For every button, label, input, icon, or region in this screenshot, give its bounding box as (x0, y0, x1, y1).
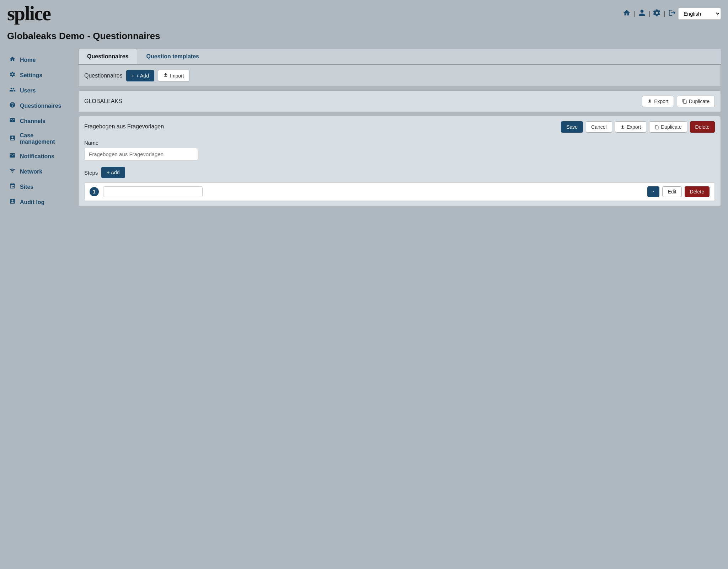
plus-icon: + (132, 73, 134, 79)
sidebar-item-audit-log-label: Audit log (20, 199, 44, 206)
language-select[interactable]: English Deutsch Français Español (678, 8, 721, 20)
case-icon (9, 135, 16, 143)
home-icon[interactable] (623, 9, 631, 18)
separator-2: | (649, 10, 651, 17)
import-button[interactable]: Import (158, 70, 189, 81)
edit-duplicate-button[interactable]: Duplicate (649, 121, 687, 133)
separator-3: | (664, 10, 665, 17)
step-input[interactable] (103, 186, 203, 197)
separator-1: | (633, 10, 635, 17)
settings-icon (9, 71, 16, 79)
sidebar-item-users[interactable]: Users (4, 83, 75, 98)
sidebar-item-sites[interactable]: Sites (4, 179, 75, 195)
sidebar-item-home-label: Home (20, 57, 36, 63)
tab-question-templates[interactable]: Question templates (137, 49, 208, 64)
edit-questionnaire-actions: Save Cancel Export Duplicate Delete (561, 121, 715, 133)
page-title: Globaleaks Demo - Questionnaires (0, 27, 728, 49)
sidebar-item-users-label: Users (20, 87, 36, 94)
sidebar-item-network[interactable]: Network (4, 164, 75, 179)
chevron-down-button[interactable] (647, 186, 659, 197)
user-icon[interactable] (638, 9, 646, 18)
sidebar-item-settings-label: Settings (20, 72, 42, 79)
network-icon (9, 167, 16, 176)
tabs-bar: Questionnaires Question templates (78, 49, 721, 65)
header: splice | | | English Deutsch Français Es… (0, 0, 728, 27)
step-number: 1 (90, 187, 99, 196)
globaleaks-item-actions: Export Duplicate (642, 96, 715, 107)
logo: splice (7, 4, 50, 23)
steps-header: Steps + Add (84, 167, 715, 178)
sidebar-item-settings[interactable]: Settings (4, 68, 75, 83)
sidebar-item-home[interactable]: Home (4, 52, 75, 68)
name-form-group: Name (84, 140, 715, 160)
questionnaires-section-label: Questionnaires (84, 73, 123, 79)
sidebar-item-channels[interactable]: Channels (4, 113, 75, 129)
sidebar-item-case-management[interactable]: Case management (4, 129, 75, 149)
save-button[interactable]: Save (561, 121, 583, 133)
import-icon (163, 73, 168, 79)
sidebar-item-notifications-label: Notifications (20, 153, 54, 160)
main-layout: Home Settings Users Questionnaires Chann (0, 49, 728, 213)
tab-questionnaires[interactable]: Questionnaires (78, 49, 137, 64)
gear-icon[interactable] (653, 9, 661, 18)
audit-icon (9, 198, 16, 206)
edit-export-button[interactable]: Export (615, 121, 646, 133)
add-questionnaire-button[interactable]: + + Add (126, 70, 154, 81)
globaleaks-export-button[interactable]: Export (642, 96, 674, 107)
sidebar-item-questionnaires-label: Questionnaires (20, 103, 61, 109)
edit-questionnaire-header: Fragebogen aus Fragevorlagen Save Cancel… (84, 121, 715, 133)
globaleaks-duplicate-button[interactable]: Duplicate (677, 96, 715, 107)
step-delete-button[interactable]: Delete (685, 186, 710, 197)
sidebar-item-notifications[interactable]: Notifications (4, 149, 75, 164)
notifications-icon (9, 152, 16, 160)
edit-questionnaire-section: Fragebogen aus Fragevorlagen Save Cancel… (78, 116, 721, 206)
sidebar-item-audit-log[interactable]: Audit log (4, 195, 75, 210)
questionnaire-item-globaleaks: GLOBALEAKS Export Duplicate (78, 90, 721, 112)
channels-icon (9, 117, 16, 125)
name-input[interactable] (84, 148, 198, 160)
sites-icon (9, 183, 16, 191)
edit-questionnaire-title: Fragebogen aus Fragevorlagen (84, 121, 164, 130)
sidebar-item-case-management-label: Case management (20, 132, 70, 145)
cancel-button[interactable]: Cancel (586, 121, 612, 133)
steps-label: Steps (84, 170, 98, 176)
edit-delete-button[interactable]: Delete (690, 121, 715, 133)
sidebar-item-sites-label: Sites (20, 184, 33, 190)
sidebar-item-questionnaires[interactable]: Questionnaires (4, 98, 75, 113)
content-area: Questionnaires Question templates Questi… (75, 49, 724, 213)
sidebar: Home Settings Users Questionnaires Chann (4, 49, 75, 213)
step-item: 1 Edit Delete (84, 182, 715, 201)
questionnaires-label-row: Questionnaires + + Add Import (78, 65, 721, 87)
sidebar-item-channels-label: Channels (20, 118, 46, 124)
home-icon (9, 56, 16, 64)
users-icon (9, 86, 16, 95)
questionnaires-icon (9, 102, 16, 110)
sidebar-item-network-label: Network (20, 169, 42, 175)
name-label: Name (84, 140, 715, 146)
logout-icon[interactable] (668, 9, 676, 18)
header-icons: | | | English Deutsch Français Español (623, 8, 721, 20)
step-edit-button[interactable]: Edit (662, 186, 681, 197)
questionnaire-item-name: GLOBALEAKS (84, 98, 122, 105)
step-actions: Edit Delete (647, 186, 710, 197)
add-step-button[interactable]: + Add (101, 167, 125, 178)
